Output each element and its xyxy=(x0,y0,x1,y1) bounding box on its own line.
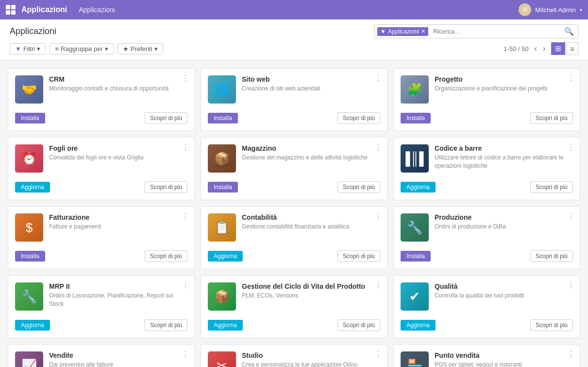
app-card-footer-invoicing: Installa Scopri di più xyxy=(15,250,187,262)
card-menu-pos[interactable]: ⋮ xyxy=(567,350,575,359)
list-view-button[interactable]: ≡ xyxy=(566,42,578,55)
app-desc-quality: Controlla la qualità dei tuoi prodotti xyxy=(435,292,573,300)
app-icon-quality: ✔ xyxy=(401,282,429,311)
app-more-button-website[interactable]: Scopri di più xyxy=(337,112,380,124)
app-info-pos: Punto vendita POS per tablet: negozi e r… xyxy=(435,351,573,367)
navbar-title: Applicazioni xyxy=(21,5,67,14)
card-menu-studio[interactable]: ⋮ xyxy=(374,350,382,359)
app-card-header-quality: ✔ Qualità Controlla la qualità dei tuoi … xyxy=(401,282,573,311)
next-arrow[interactable]: › xyxy=(541,44,547,53)
app-more-button-accounting[interactable]: Scopri di più xyxy=(337,250,380,262)
app-update-button-accounting[interactable]: Aggiorna xyxy=(208,251,243,262)
app-card-timesheets: ⋮ ⏰ Fogli ore Convalida dei fogli ore e … xyxy=(8,137,195,200)
grid-view-button[interactable]: ⊞ xyxy=(551,42,565,55)
app-name-manufacturing: Produzione xyxy=(435,213,573,221)
app-update-button-timesheets[interactable]: Aggiorna xyxy=(15,182,50,192)
app-more-button-plm[interactable]: Scopri di più xyxy=(337,319,380,331)
app-card-header-manufacturing: 🔧 Produzione Ordini di produzione e DiBa xyxy=(401,213,573,242)
app-name-website: Sito web xyxy=(242,75,380,83)
app-card-header-invoicing: $ Fatturazione Fatture e pagamenti xyxy=(15,213,187,242)
view-toggle: ⊞ ≡ xyxy=(551,42,578,55)
app-more-button-invoicing[interactable]: Scopri di più xyxy=(145,250,187,262)
app-info-accounting: Contabilità Gestione contabilità finanzi… xyxy=(242,213,380,242)
app-icon-manufacturing: 🔧 xyxy=(401,213,429,242)
card-menu-mrp[interactable]: ⋮ xyxy=(182,280,189,290)
pagination-info: 1-50 / 50 xyxy=(504,45,528,52)
app-install-button-inventory[interactable]: Installa xyxy=(208,182,238,192)
app-name-mrp: MRP II xyxy=(49,282,187,290)
app-more-button-timesheets[interactable]: Scopri di più xyxy=(145,181,187,193)
card-menu-accounting[interactable]: ⋮ xyxy=(374,211,382,221)
card-menu-website[interactable]: ⋮ xyxy=(374,73,382,83)
app-card-manufacturing: ⋮ 🔧 Produzione Ordini di produzione e Di… xyxy=(393,206,580,269)
app-desc-invoicing: Fatture e pagamenti xyxy=(49,223,187,231)
app-desc-mrp: Ordini di Lavorazione, Pianificazione, R… xyxy=(49,292,187,308)
app-update-button-mrp[interactable]: Aggiorna xyxy=(15,320,50,331)
app-install-button-website[interactable]: Installa xyxy=(208,113,238,123)
app-icon-barcode: ▐║▌ xyxy=(401,144,429,173)
card-menu-barcode[interactable]: ⋮ xyxy=(567,142,575,152)
app-desc-barcode: Utilizzare lettore di codice a barre per… xyxy=(435,154,573,170)
card-menu-project[interactable]: ⋮ xyxy=(567,73,575,83)
card-menu-timesheets[interactable]: ⋮ xyxy=(182,142,189,152)
raggruppa-arrow: ▾ xyxy=(105,45,108,52)
app-card-header-sales: 📈 Vendite Dai preventivi alle fatture xyxy=(15,351,187,367)
app-install-button-project[interactable]: Installa xyxy=(401,113,431,123)
search-tag[interactable]: ▼ Applicazioni ✕ xyxy=(377,27,428,36)
app-card-website: ⋮ 🌐 Sito web Creazione di siti web azien… xyxy=(201,68,387,131)
app-install-button-manufacturing[interactable]: Installa xyxy=(401,251,431,262)
filtri-button[interactable]: ▼ Filtri ▾ xyxy=(10,43,46,54)
app-name-accounting: Contabilità xyxy=(242,213,380,221)
app-more-button-project[interactable]: Scopri di più xyxy=(530,112,573,124)
app-card-footer-mrp: Aggiorna Scopri di più xyxy=(15,319,187,331)
app-grid-icon[interactable] xyxy=(6,5,16,15)
raggruppa-button[interactable]: ≡ Raggruppa per ▾ xyxy=(50,43,113,54)
card-menu-sales[interactable]: ⋮ xyxy=(182,350,189,359)
app-name-pos: Punto vendita xyxy=(435,351,573,359)
app-name-crm: CRM xyxy=(49,75,187,83)
preferiti-button[interactable]: ★ Preferiti ▾ xyxy=(118,43,163,54)
app-card-header-timesheets: ⏰ Fogli ore Convalida dei fogli ore e vi… xyxy=(15,144,187,173)
app-info-barcode: Codice a barre Utilizzare lettore di cod… xyxy=(435,144,573,173)
app-more-button-inventory[interactable]: Scopri di più xyxy=(337,181,380,193)
app-card-barcode: ⋮ ▐║▌ Codice a barre Utilizzare lettore … xyxy=(393,137,580,200)
app-icon-plm: 📦 xyxy=(208,282,236,311)
app-icon-invoicing: $ xyxy=(15,213,43,242)
app-more-button-manufacturing[interactable]: Scopri di più xyxy=(530,250,573,262)
card-menu-plm[interactable]: ⋮ xyxy=(374,280,382,290)
app-icon-project: 🧩 xyxy=(401,75,429,104)
app-card-project: ⋮ 🧩 Progetto Organizzazione e pianificaz… xyxy=(393,68,580,131)
card-menu-invoicing[interactable]: ⋮ xyxy=(182,211,189,221)
app-update-button-quality[interactable]: Aggiorna xyxy=(401,320,436,331)
app-card-crm: ⋮ 🤝 CRM Monitoraggio contatti e chiusura… xyxy=(8,68,195,131)
user-menu[interactable]: M Mitchell Admin ▾ xyxy=(519,3,582,16)
app-more-button-crm[interactable]: Scopri di più xyxy=(145,112,187,124)
app-install-button-invoicing[interactable]: Installa xyxy=(15,251,45,262)
app-info-crm: CRM Monitoraggio contatti e chiusura di … xyxy=(49,75,187,104)
app-name-plm: Gestione del Ciclo di Vita del Prodotto xyxy=(242,282,380,290)
app-icon-inventory: 📦 xyxy=(208,144,236,173)
app-icon-crm: 🤝 xyxy=(15,75,43,104)
card-menu-manufacturing[interactable]: ⋮ xyxy=(567,211,575,221)
app-more-button-barcode[interactable]: Scopri di più xyxy=(530,181,573,193)
app-card-footer-barcode: Aggiorna Scopri di più xyxy=(401,181,573,193)
app-more-button-mrp[interactable]: Scopri di più xyxy=(145,319,187,331)
preferiti-label: Preferiti xyxy=(131,45,152,52)
card-menu-inventory[interactable]: ⋮ xyxy=(374,142,382,152)
search-icon[interactable]: 🔍 xyxy=(560,25,578,38)
card-menu-quality[interactable]: ⋮ xyxy=(567,280,575,290)
filtri-label: Filtri xyxy=(23,45,35,52)
app-card-footer-timesheets: Aggiorna Scopri di più xyxy=(15,181,187,193)
search-input[interactable] xyxy=(430,26,560,37)
app-update-button-plm[interactable]: Aggiorna xyxy=(208,320,243,331)
app-card-invoicing: ⋮ $ Fatturazione Fatture e pagamenti Ins… xyxy=(8,206,195,269)
raggruppa-label: Raggruppa per xyxy=(61,45,103,52)
app-update-button-barcode[interactable]: Aggiorna xyxy=(401,182,436,192)
search-tag-label: Applicazioni xyxy=(388,28,419,35)
search-tag-close[interactable]: ✕ xyxy=(421,28,425,35)
app-more-button-quality[interactable]: Scopri di più xyxy=(530,319,573,331)
card-menu-crm[interactable]: ⋮ xyxy=(182,73,189,83)
prev-arrow[interactable]: ‹ xyxy=(533,44,539,53)
list-icon: ≡ xyxy=(55,45,59,52)
app-install-button-crm[interactable]: Installa xyxy=(15,113,45,123)
